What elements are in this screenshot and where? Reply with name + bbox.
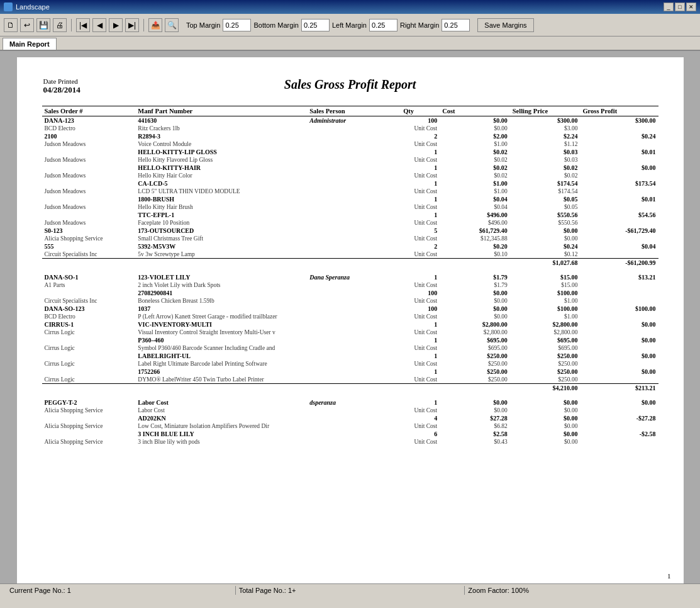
export-button[interactable]: 📤 [148, 18, 162, 32]
vendor: Judson Meadows [42, 188, 136, 195]
qty: 1 [401, 398, 440, 407]
table-row: P360–460 1 $695.00 $695.00 $0.00 [42, 336, 658, 344]
table-row: Alicia Shopping Service 3 inch Blue lily… [42, 438, 658, 446]
cost: $2,800.00 [440, 320, 510, 329]
unit-selling: $0.00 [510, 235, 581, 242]
vendor: Circuit Specialists Inc [42, 297, 136, 305]
tab-main-report[interactable]: Main Report [3, 38, 57, 50]
selling-price: $0.00 [510, 430, 581, 438]
unit-cost: $0.00 [440, 125, 510, 132]
description: 3 inch Blue lily with pods [135, 438, 307, 446]
unit-cost: $496.00 [440, 219, 510, 227]
report-area: Date Printed 04/28/2014 Sales Gross Prof… [0, 51, 700, 583]
close-button[interactable]: ✕ [686, 3, 696, 11]
save-margins-button[interactable]: Save Margins [477, 18, 533, 32]
open-button[interactable]: ↩ [20, 18, 34, 32]
qty: 1 [401, 164, 440, 172]
prev-page-button[interactable]: ◀ [92, 18, 106, 32]
unit-selling: $1.12 [510, 140, 581, 148]
vendor: Circuit Specialists Inc [42, 251, 136, 259]
zoom-status: Zoom Factor: 100% [465, 586, 694, 595]
unit-label: Unit Cost [401, 235, 440, 242]
subtotal-profit: $213.21 [580, 384, 658, 393]
selling-price: $174.54 [510, 179, 581, 188]
table-row: Judson Meadows Hello Kitty Hair Color Un… [42, 172, 658, 179]
vendor: BCD Electro [42, 125, 136, 132]
window-controls[interactable]: _ □ ✕ [664, 3, 696, 11]
part-num: P360–460 [135, 336, 307, 344]
table-row: Cirrus Logic Symbol P360/460 Barcode Sca… [42, 344, 658, 352]
unit-cost: $0.02 [440, 156, 510, 164]
description: Ritz Crackers 1lb [135, 125, 307, 132]
qty: 6 [401, 430, 440, 438]
table-row: Judson Meadows Hello Kitty Flavored Lip … [42, 156, 658, 164]
cost: $1.79 [440, 273, 510, 281]
table-row: AD202KN 4 $27.28 $0.00 -$27.28 [42, 414, 658, 422]
new-button[interactable]: 🗋 [4, 18, 18, 32]
table-row: HELLO-KITTY-LIP GLOSS 1 $0.02 $0.03 $0.0… [42, 148, 658, 156]
cost: $61,729.40 [440, 227, 510, 235]
order-num: DANA-SO-1 [42, 273, 136, 281]
gross-profit: -$61,729.40 [580, 227, 658, 235]
unit-cost: $695.00 [440, 344, 510, 352]
selling-price: $250.00 [510, 352, 581, 360]
col-header-cost: Cost [440, 106, 510, 116]
selling-price: $300.00 [510, 116, 581, 125]
unit-selling: $250.00 [510, 376, 581, 384]
qty: 100 [401, 116, 440, 125]
description: Small Christmass Tree Gift [135, 235, 307, 242]
bottom-margin-input[interactable] [301, 19, 330, 31]
last-page-button[interactable]: ▶| [125, 18, 139, 32]
search-button[interactable]: 🔍 [165, 18, 179, 32]
right-margin-label: Right Margin [400, 21, 439, 29]
table-row: LABELRIGHT-UL 1 $250.00 $250.00 $0.00 [42, 352, 658, 360]
left-margin-input[interactable] [369, 19, 397, 31]
table-row: BCD Electro P (Left Arrow) Kanett Street… [42, 313, 658, 320]
minimize-button[interactable]: _ [664, 3, 674, 11]
subtotal-selling: $4,210.00 [510, 384, 581, 393]
qty: 2 [401, 242, 440, 251]
part-num: HELLO-KITTY-HAIR [135, 164, 307, 172]
unit-cost: $0.04 [440, 203, 510, 211]
order-num [42, 164, 136, 172]
gross-profit: $0.01 [580, 148, 658, 156]
description: Hello Kitty Flavored Lip Gloss [135, 156, 307, 164]
unit-selling: $174.54 [510, 188, 581, 195]
order-num [42, 148, 136, 156]
cost: $1.00 [440, 179, 510, 188]
subtotal-row: $1,027.68 -$61,200.99 [42, 259, 658, 267]
first-page-button[interactable]: |◀ [76, 18, 90, 32]
description: Symbol P360/460 Barcode Scanner Includin… [135, 344, 307, 352]
description: Low Cost, Miniature Isolation Amplifiers… [135, 422, 307, 430]
description: 2 inch Violet Lily with Dark Spots [135, 281, 307, 289]
maximize-button[interactable]: □ [675, 3, 685, 11]
unit-cost: $0.02 [440, 172, 510, 179]
unit-cost: $1.00 [440, 140, 510, 148]
selling-price: $100.00 [510, 289, 581, 297]
section-divider [42, 267, 658, 273]
save-button[interactable]: 💾 [36, 18, 50, 32]
top-margin-input[interactable] [223, 19, 251, 31]
part-num: Labor Cost [135, 398, 307, 407]
selling-price: $15.00 [510, 273, 581, 281]
next-page-button[interactable]: ▶ [109, 18, 123, 32]
unit-label: Unit Cost [401, 313, 440, 320]
sales-person: Dana Speranza [307, 273, 401, 281]
print-button[interactable]: 🖨 [53, 18, 67, 32]
unit-label: Unit Cost [401, 188, 440, 195]
right-margin-input[interactable] [442, 19, 470, 31]
gross-profit: -$2.58 [580, 430, 658, 438]
order-num [42, 336, 136, 344]
selling-price: $695.00 [510, 336, 581, 344]
unit-selling: $0.00 [510, 422, 581, 430]
gross-profit: $100.00 [580, 305, 658, 313]
vendor: Cirrus Logic [42, 344, 136, 352]
table-row: Judson Meadows Voice Control Module Unit… [42, 140, 658, 148]
order-num [42, 368, 136, 376]
cost: $0.00 [440, 289, 510, 297]
description: P (Left Arrow) Kanett Street Garage - mo… [135, 313, 307, 320]
selling-price: $2.24 [510, 132, 581, 140]
unit-label: Unit Cost [401, 297, 440, 305]
table-row: DANA-SO-123 1037 100 $0.00 $100.00 $100.… [42, 305, 658, 313]
unit-cost: $250.00 [440, 360, 510, 368]
